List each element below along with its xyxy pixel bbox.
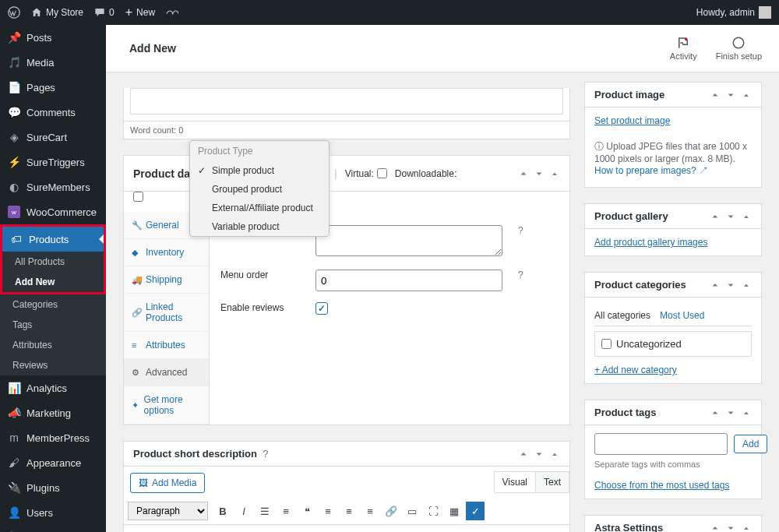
submenu-reviews[interactable]: Reviews: [0, 355, 106, 375]
format-select[interactable]: Paragraph: [128, 502, 208, 520]
chevron-up-icon[interactable]: [710, 523, 721, 533]
fullscreen-button[interactable]: ⛶: [424, 502, 442, 520]
site-name-link[interactable]: My Store: [31, 7, 83, 18]
extra-checkbox[interactable]: [133, 192, 143, 202]
caret-up-icon[interactable]: [741, 211, 752, 222]
add-gallery-link[interactable]: Add product gallery images: [594, 237, 707, 248]
add-media-button[interactable]: 🖼Add Media: [130, 473, 205, 493]
chevron-down-icon[interactable]: [725, 90, 736, 100]
submenu-attributes[interactable]: Attributes: [0, 335, 106, 355]
chevron-down-icon[interactable]: [725, 280, 736, 291]
more-button[interactable]: ▭: [403, 502, 421, 520]
caret-up-icon[interactable]: [549, 168, 560, 179]
purchase-note-field[interactable]: [315, 225, 502, 256]
link-button[interactable]: 🔗: [382, 502, 400, 520]
surecart-icon[interactable]: [166, 9, 178, 16]
dropdown-option-grouped[interactable]: Grouped product: [190, 180, 329, 199]
virtual-checkbox[interactable]: [377, 168, 387, 178]
new-link[interactable]: + New: [125, 5, 155, 19]
cat-checkbox[interactable]: [601, 339, 612, 349]
text-tab[interactable]: Text: [535, 471, 569, 492]
menu-surecart[interactable]: ◈SureCart: [0, 125, 106, 150]
caret-up-icon[interactable]: [741, 407, 752, 418]
align-center-button[interactable]: ≡: [340, 502, 358, 520]
chevron-up-icon[interactable]: [518, 168, 529, 179]
menu-products[interactable]: 🏷Products: [2, 227, 104, 252]
chevron-down-icon[interactable]: [725, 523, 736, 533]
italic-button[interactable]: I: [234, 502, 253, 520]
tab-shipping[interactable]: 🚚Shipping: [124, 266, 209, 294]
caret-up-icon[interactable]: [741, 523, 752, 533]
chevron-up-icon[interactable]: [710, 211, 721, 222]
finish-setup-button[interactable]: Finish setup: [716, 36, 762, 61]
menu-pages[interactable]: 📄Pages: [0, 75, 106, 100]
chevron-up-icon[interactable]: [518, 449, 529, 460]
cat-tab-all[interactable]: All categories: [594, 310, 650, 321]
menu-order-input[interactable]: [315, 270, 502, 291]
activity-button[interactable]: Activity: [670, 36, 697, 61]
editor-body[interactable]: [130, 88, 563, 115]
ul-button[interactable]: ☰: [256, 502, 274, 520]
menu-memberpress[interactable]: mMemberPress: [0, 425, 106, 450]
submenu-categories[interactable]: Categories: [0, 294, 106, 315]
add-tag-button[interactable]: Add: [734, 435, 767, 453]
menu-analytics[interactable]: 📊Analytics: [0, 375, 106, 400]
tag-input[interactable]: [594, 433, 728, 455]
dropdown-option-simple[interactable]: Simple product: [190, 161, 329, 180]
quote-button[interactable]: ❝: [298, 502, 316, 520]
set-product-image-link[interactable]: Set product image: [594, 115, 670, 126]
caret-up-icon[interactable]: [741, 280, 752, 291]
submenu-all-products[interactable]: All Products: [2, 252, 104, 272]
account-link[interactable]: Howdy, admin: [696, 6, 771, 19]
menu-suremembers[interactable]: ◐SureMembers: [0, 174, 106, 199]
menu-media[interactable]: 🎵Media: [0, 50, 106, 75]
visual-tab[interactable]: Visual: [494, 471, 536, 492]
chevron-down-icon[interactable]: [534, 449, 545, 460]
tab-get-more[interactable]: ✦Get more options: [124, 386, 209, 425]
chevron-up-icon[interactable]: [710, 407, 721, 418]
tab-advanced[interactable]: ⚙Advanced: [124, 359, 209, 386]
menu-suretriggers[interactable]: ⚡SureTriggers: [0, 150, 106, 174]
most-used-tags-link[interactable]: Choose from the most used tags: [594, 480, 729, 491]
menu-woocommerce[interactable]: wWooCommerce: [0, 199, 106, 224]
chevron-up-icon[interactable]: [710, 90, 721, 100]
ol-button[interactable]: ≡: [277, 502, 295, 520]
cat-uncategorized[interactable]: Uncategorized: [601, 338, 745, 350]
chevron-down-icon[interactable]: [725, 211, 736, 222]
submenu-tags[interactable]: Tags: [0, 315, 106, 335]
align-right-button[interactable]: ≡: [361, 502, 379, 520]
submenu-add-new[interactable]: Add New: [2, 272, 104, 292]
caret-up-icon[interactable]: [549, 449, 560, 460]
menu-comments[interactable]: 💬Comments: [0, 100, 106, 125]
wp-logo[interactable]: [8, 6, 20, 19]
caret-up-icon[interactable]: [741, 90, 752, 100]
comments-link[interactable]: 0: [94, 7, 115, 18]
menu-marketing[interactable]: 📣Marketing: [0, 400, 106, 425]
chevron-up-icon[interactable]: [710, 280, 721, 291]
menu-tools[interactable]: 🔧Tools: [0, 525, 106, 532]
cat-tab-most[interactable]: Most Used: [660, 310, 704, 321]
menu-posts[interactable]: 📌Posts: [0, 25, 106, 50]
menu-appearance[interactable]: 🖌Appearance: [0, 450, 106, 475]
prepare-images-link[interactable]: How to prepare images? ↗: [594, 165, 708, 176]
short-desc-editor[interactable]: [124, 525, 569, 532]
bold-button[interactable]: B: [213, 502, 232, 520]
menu-users[interactable]: 👤Users: [0, 500, 106, 525]
align-left-button[interactable]: ≡: [319, 502, 337, 520]
dropdown-option-external[interactable]: External/Affiliate product: [190, 199, 329, 217]
add-category-link[interactable]: + Add new category: [594, 365, 677, 375]
chevron-down-icon[interactable]: [725, 407, 736, 418]
tab-linked[interactable]: 🔗Linked Products: [124, 294, 209, 332]
virtual-toggle[interactable]: Virtual:: [345, 168, 387, 179]
menu-plugins[interactable]: 🔌Plugins: [0, 475, 106, 500]
help-icon[interactable]: ?: [518, 270, 523, 280]
toolbar-toggle-button[interactable]: ▦: [445, 502, 464, 520]
dropdown-option-variable[interactable]: Variable product: [190, 217, 329, 236]
help-icon[interactable]: ?: [518, 225, 523, 236]
tab-inventory[interactable]: ◆Inventory: [124, 239, 209, 266]
enable-reviews-checkbox[interactable]: [315, 302, 328, 315]
chevron-down-icon[interactable]: [534, 168, 545, 179]
help-icon[interactable]: ?: [263, 448, 268, 460]
accent-button[interactable]: ✓: [466, 502, 485, 520]
downloadable-toggle[interactable]: Downloadable:: [395, 168, 456, 179]
